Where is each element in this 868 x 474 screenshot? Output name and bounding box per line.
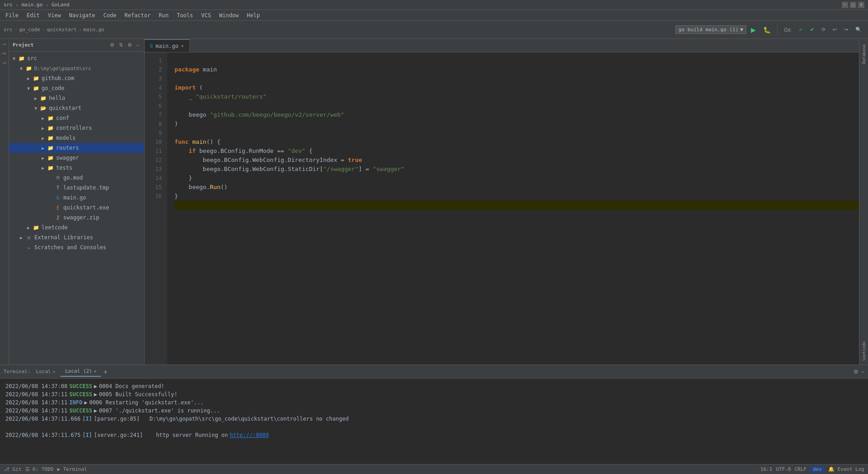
tree-item-routers[interactable]: ▶ 📁 routers — [9, 143, 144, 153]
terminal-add-button[interactable]: + — [102, 368, 109, 375]
tree-arrow-src: ▼ — [13, 56, 18, 61]
terminal-tab-local[interactable]: Local × — [32, 367, 60, 376]
status-line-ending[interactable]: CRLF — [794, 466, 807, 472]
panel-settings-button[interactable]: ⚙ — [108, 42, 116, 48]
file-tree: ▼ 📁 src ▼ 📁 D:\my\go\gopath\src ▶ 📁 gith… — [9, 52, 144, 365]
run-button[interactable]: ▶ — [748, 25, 759, 35]
tree-item-src[interactable]: ▼ 📁 src — [9, 53, 144, 63]
menu-file[interactable]: File — [2, 11, 22, 19]
search-button[interactable]: 🔍 — [853, 25, 864, 34]
tree-arrow-go-code: ▼ — [27, 86, 33, 91]
menu-window[interactable]: Window — [216, 11, 242, 19]
tree-item-swagger-zip[interactable]: ▶ Z swagger.zip — [9, 213, 144, 223]
terminal-settings-button[interactable]: ⚙ — [854, 369, 859, 375]
menu-edit[interactable]: Edit — [23, 11, 43, 19]
server-link[interactable]: http://:8080 — [230, 431, 269, 439]
breadcrumb-go-code[interactable]: go_code — [19, 27, 40, 33]
breadcrumb-src[interactable]: src — [4, 27, 13, 33]
terminal-tab-local-2[interactable]: Local (2) × — [61, 366, 101, 377]
minimize-button[interactable]: − — [842, 2, 848, 8]
status-event-log[interactable]: 🔔 Event Log — [828, 466, 864, 472]
leetcode-panel-label[interactable]: leetcode — [862, 338, 866, 365]
panel-icons: ⚙ ⇅ ⚙ − — [108, 42, 141, 48]
tree-arrow-models: ▶ — [42, 136, 47, 141]
breadcrumb-main-go[interactable]: main.go — [83, 27, 104, 33]
tree-item-ext-libs[interactable]: ▶ ⊞ External Libraries — [9, 232, 144, 242]
menu-refactor[interactable]: Refactor — [121, 11, 154, 19]
terminal-line-7: 2022/06/08 14:37:11.675 [I] [server.go:2… — [5, 431, 863, 439]
folder-icon-swagger: 📁 — [47, 154, 54, 161]
terminal-tab-local-close[interactable]: × — [53, 370, 55, 374]
tree-label-conf: conf — [56, 115, 69, 121]
tree-item-controllers[interactable]: ▶ 📁 controllers — [9, 123, 144, 133]
tree-item-quickstart[interactable]: ▼ 📂 quickstart — [9, 103, 144, 113]
line-num-4: 4 — [145, 83, 165, 92]
tree-item-gopath[interactable]: ▼ 📁 D:\my\go\gopath\src — [9, 63, 144, 73]
terminal-tab-local-2-close[interactable]: × — [94, 369, 96, 374]
git-check-button[interactable]: ✓ — [796, 25, 806, 34]
close-button[interactable]: × — [858, 2, 864, 8]
git-label[interactable]: Git: — [781, 26, 794, 34]
tmp-icon: T — [54, 184, 61, 191]
status-git[interactable]: ⎇ Git — [4, 466, 22, 472]
tree-label-quickstart: quickstart — [49, 105, 81, 111]
folder-icon-models: 📁 — [47, 134, 54, 142]
code-content[interactable]: package main import ( _ "quickstart/rout… — [167, 52, 859, 365]
panel-title: Project — [13, 42, 33, 48]
git-update-button[interactable]: ⟳ — [819, 25, 828, 34]
database-panel-label[interactable]: Database — [862, 41, 866, 67]
side-icons-left: 1 2 L — [0, 39, 9, 365]
tree-item-tests[interactable]: ▶ 📁 tests — [9, 163, 144, 173]
status-branch[interactable]: dev — [810, 466, 825, 473]
build-config[interactable]: go build main.go (1) ▼ — [675, 25, 746, 34]
code-line-4: _ "quickstart/routers" — [175, 93, 267, 100]
tree-item-models[interactable]: ▶ 📁 models — [9, 133, 144, 143]
tree-item-leetcode[interactable]: ▶ 📁 leetcode — [9, 223, 144, 232]
git-tick-button[interactable]: ✔ — [807, 25, 817, 34]
menu-tools[interactable]: Tools — [173, 11, 197, 19]
menu-run[interactable]: Run — [155, 11, 172, 19]
tree-item-hello[interactable]: ▶ 📁 hello — [9, 93, 144, 103]
tree-item-swagger[interactable]: ▶ 📁 swagger — [9, 153, 144, 163]
tree-item-quickstart-exe[interactable]: ▶ E quickstart.exe — [9, 203, 144, 213]
menu-view[interactable]: View — [44, 11, 65, 19]
exe-icon: E — [54, 204, 61, 211]
editor-tab-main-go[interactable]: G main.go × — [145, 39, 190, 52]
learn-icon[interactable]: L — [1, 59, 8, 66]
tree-item-conf[interactable]: ▶ 📁 conf — [9, 113, 144, 123]
tree-label-github: github.com — [42, 75, 74, 81]
tree-label-main-go: main.go — [63, 194, 86, 201]
line-num-9: 9 — [145, 128, 165, 137]
status-todo[interactable]: ☰ 6: TODO — [25, 466, 54, 472]
terminal-content[interactable]: 2022/06/08 14:37:08 SUCCESS ▶ 0004 Docs … — [0, 379, 868, 464]
folder-icon-hello: 📁 — [40, 95, 47, 102]
menu-code[interactable]: Code — [100, 11, 120, 19]
status-charset[interactable]: UTF-8 — [776, 466, 791, 472]
tree-arrow-hello: ▶ — [34, 96, 40, 101]
status-terminal-btn[interactable]: ▶ Terminal — [57, 466, 87, 472]
breadcrumb: src › go_code › quickstart › main.go — [4, 27, 104, 33]
terminal-close-button[interactable]: − — [861, 369, 864, 375]
code-line-2 — [175, 75, 178, 82]
tree-item-main-go[interactable]: ▶ G main.go — [9, 193, 144, 203]
tree-item-scratches[interactable]: ▶ ✏ Scratches and Consoles — [9, 242, 144, 252]
menu-help[interactable]: Help — [243, 11, 264, 19]
project-icon[interactable]: 1 — [1, 41, 8, 48]
tree-arrow-controllers: ▶ — [42, 126, 47, 131]
menu-vcs[interactable]: VCS — [198, 11, 215, 19]
tree-item-go-mod[interactable]: ▶ M go.mod — [9, 173, 144, 183]
panel-minus-button[interactable]: − — [135, 42, 141, 48]
tree-item-lastupdate[interactable]: ▶ T lastupdate.tmp — [9, 183, 144, 193]
structure-icon[interactable]: 2 — [1, 50, 8, 57]
panel-gear-button[interactable]: ⚙ — [126, 42, 133, 48]
menu-navigate[interactable]: Navigate — [66, 11, 99, 19]
maximize-button[interactable]: □ — [850, 2, 856, 8]
debug-button[interactable]: 🐛 — [760, 25, 774, 35]
undo-button[interactable]: ↩ — [830, 25, 840, 34]
tree-item-go-code[interactable]: ▼ 📁 go_code — [9, 83, 144, 93]
panel-sort-button[interactable]: ⇅ — [118, 42, 124, 48]
tab-close-button[interactable]: × — [181, 43, 184, 48]
breadcrumb-quickstart[interactable]: quickstart — [47, 27, 76, 33]
redo-button[interactable]: ↪ — [841, 25, 851, 34]
tree-item-github[interactable]: ▶ 📁 github.com — [9, 73, 144, 83]
